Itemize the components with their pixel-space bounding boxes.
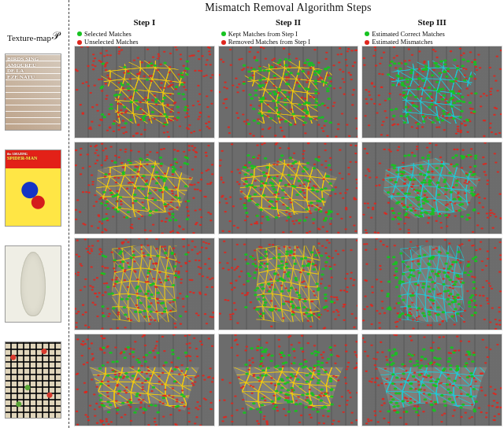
svg-point-3310 xyxy=(390,401,394,404)
svg-point-259 xyxy=(150,62,154,65)
svg-point-2759 xyxy=(109,352,113,354)
svg-point-272 xyxy=(105,69,108,71)
svg-point-498 xyxy=(273,93,277,95)
svg-point-531 xyxy=(328,85,332,87)
svg-point-3032 xyxy=(308,402,312,404)
svg-point-2502 xyxy=(472,257,476,260)
svg-point-3068 xyxy=(356,356,358,358)
svg-point-1545 xyxy=(418,190,422,192)
svg-point-1379 xyxy=(323,220,327,222)
svg-point-1650 xyxy=(473,165,477,168)
svg-point-2691 xyxy=(102,404,106,407)
svg-point-2119 xyxy=(244,306,248,308)
svg-point-739 xyxy=(403,85,407,87)
svg-point-1015 xyxy=(162,179,166,182)
svg-point-1285 xyxy=(271,185,275,187)
svg-point-3029 xyxy=(287,411,291,413)
svg-point-780 xyxy=(461,65,465,67)
svg-point-2145 xyxy=(280,264,284,266)
svg-point-1896 xyxy=(169,310,172,312)
svg-point-3345 xyxy=(449,392,453,394)
svg-point-1852 xyxy=(204,293,207,295)
svg-point-2143 xyxy=(246,263,250,265)
svg-point-700 xyxy=(461,123,464,124)
svg-point-1075 xyxy=(94,146,97,147)
svg-point-435 xyxy=(298,104,302,106)
svg-point-476 xyxy=(288,66,291,68)
svg-point-2964 xyxy=(298,386,302,388)
svg-point-1372 xyxy=(354,145,358,146)
svg-point-2407 xyxy=(398,295,402,297)
svg-point-2422 xyxy=(409,315,413,317)
svg-point-1078 xyxy=(101,231,104,233)
svg-point-3342 xyxy=(447,389,450,391)
svg-point-1886 xyxy=(155,311,158,312)
svg-point-2515 xyxy=(443,290,447,293)
svg-point-3009 xyxy=(270,400,274,403)
svg-point-1894 xyxy=(191,279,194,281)
svg-point-2514 xyxy=(445,263,449,265)
svg-point-1854 xyxy=(117,312,120,313)
svg-point-3072 xyxy=(277,397,281,399)
svg-point-516 xyxy=(284,73,288,76)
svg-point-3245 xyxy=(371,378,374,379)
svg-point-2998 xyxy=(337,421,340,422)
svg-point-1336 xyxy=(219,164,221,166)
svg-point-2215 xyxy=(251,263,255,265)
svg-point-2421 xyxy=(458,251,461,253)
svg-point-3331 xyxy=(498,413,501,415)
svg-point-2763 xyxy=(137,361,141,363)
svg-point-1396 xyxy=(298,190,302,193)
svg-point-1599 xyxy=(401,203,404,205)
svg-point-1393 xyxy=(287,147,290,149)
svg-point-2437 xyxy=(395,268,398,270)
svg-point-2486 xyxy=(422,282,426,285)
svg-point-1846 xyxy=(180,265,183,267)
svg-point-1302 xyxy=(261,172,265,174)
svg-point-2785 xyxy=(116,384,119,386)
svg-point-1611 xyxy=(427,154,431,157)
svg-point-2141 xyxy=(280,260,284,263)
svg-point-1670 xyxy=(387,191,391,194)
svg-point-2974 xyxy=(284,399,287,401)
svg-point-1373 xyxy=(329,195,332,197)
svg-point-2474 xyxy=(469,271,473,273)
svg-point-224 xyxy=(134,90,138,92)
svg-point-1614 xyxy=(404,214,408,216)
svg-point-2157 xyxy=(291,304,295,307)
svg-point-2511 xyxy=(432,288,436,290)
svg-point-774 xyxy=(435,81,439,83)
svg-point-1934 xyxy=(197,315,200,316)
match-points xyxy=(362,142,502,234)
svg-point-176 xyxy=(109,79,112,80)
svg-point-837 xyxy=(489,90,492,92)
svg-point-2505 xyxy=(468,302,472,304)
svg-point-3067 xyxy=(269,360,273,362)
svg-point-241 xyxy=(185,73,189,76)
svg-point-2722 xyxy=(136,378,139,380)
svg-point-2393 xyxy=(364,279,367,281)
svg-point-1363 xyxy=(310,186,314,189)
svg-point-2662 xyxy=(121,402,125,404)
svg-point-2439 xyxy=(479,294,482,296)
svg-point-2130 xyxy=(291,256,295,259)
svg-point-446 xyxy=(278,64,281,65)
svg-point-3055 xyxy=(304,360,308,363)
result-cell xyxy=(361,334,502,426)
svg-point-1346 xyxy=(344,207,347,208)
svg-point-1603 xyxy=(420,216,424,218)
svg-point-2177 xyxy=(253,271,257,274)
svg-point-1038 xyxy=(75,149,77,151)
svg-point-1618 xyxy=(415,189,419,191)
svg-point-1566 xyxy=(476,224,480,226)
svg-point-1909 xyxy=(139,301,143,304)
svg-point-2668 xyxy=(156,411,160,413)
svg-point-2968 xyxy=(301,366,305,368)
svg-point-524 xyxy=(268,92,272,94)
svg-point-3340 xyxy=(427,374,431,377)
svg-point-1900 xyxy=(129,256,133,259)
svg-point-746 xyxy=(424,61,427,62)
svg-point-263 xyxy=(96,110,99,112)
svg-point-3279 xyxy=(422,384,426,386)
svg-point-2508 xyxy=(417,263,421,265)
